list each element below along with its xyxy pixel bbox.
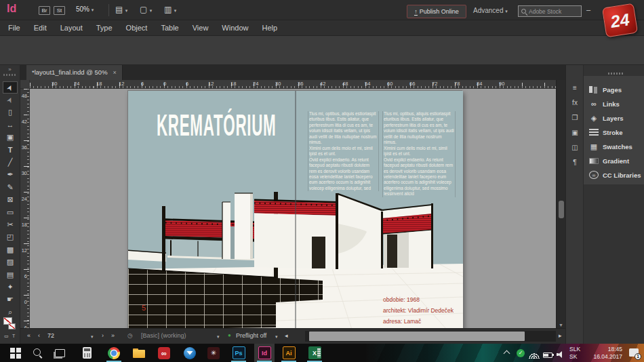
panel-button-layers[interactable]: Layers: [584, 111, 644, 125]
first-page-button[interactable]: «: [27, 332, 31, 339]
taskbar-start[interactable]: [5, 344, 26, 362]
scroll-left-icon[interactable]: ◂: [285, 332, 288, 339]
next-page-button[interactable]: ›: [102, 332, 104, 339]
page-tool[interactable]: ▯: [3, 106, 18, 119]
pasteboard[interactable]: KREMATÓRIUM Tius mi, optibus, aliquis es…: [30, 89, 556, 328]
page-number-field[interactable]: 72: [47, 332, 54, 339]
tools-grip[interactable]: [3, 74, 17, 76]
taskbar-search[interactable]: [28, 344, 48, 362]
battery-icon[interactable]: [543, 353, 552, 358]
search-input[interactable]: [529, 8, 576, 15]
eyedropper-tool[interactable]: ✦: [3, 281, 18, 293]
paragraph-icon[interactable]: ¶: [566, 159, 584, 166]
rectangle-tool[interactable]: ▭: [3, 206, 18, 218]
taskbar-excel[interactable]: X: [304, 344, 325, 362]
workspace-switcher[interactable]: Advanced ▾: [473, 7, 508, 14]
menu-help[interactable]: Help: [255, 20, 284, 35]
taskbar-acrobat[interactable]: [203, 344, 224, 362]
scissors-tool[interactable]: ✂: [3, 218, 18, 230]
pen-tool[interactable]: ✒: [3, 169, 18, 181]
free-transform-tool[interactable]: ◰: [3, 231, 18, 243]
zoom-tool[interactable]: ⌕: [3, 306, 18, 318]
collapse-tools-icon[interactable]: »: [0, 66, 20, 73]
selection-tool[interactable]: ➤: [3, 81, 18, 94]
screen-mode-dropdown[interactable]: ▢ ▾: [140, 5, 152, 14]
stroke-color-indicator[interactable]: [8, 323, 15, 329]
horizontal-ruler[interactable]: 302418126061218243036424854606672788490: [30, 80, 556, 89]
sync-status-icon[interactable]: ✓: [517, 349, 525, 357]
zoom-level-dropdown[interactable]: 50% ▾: [76, 5, 94, 13]
workspace-profile[interactable]: [Basic] (working): [141, 332, 186, 339]
menu-layout[interactable]: Layout: [54, 20, 89, 35]
ruler-origin[interactable]: [20, 80, 30, 89]
adobe-stock-search[interactable]: [518, 5, 582, 17]
panel-button-cc-libraries[interactable]: CC Libraries: [584, 168, 644, 182]
bridge-button[interactable]: Br: [39, 6, 50, 15]
clock[interactable]: 18:4516.04.2017: [584, 346, 622, 360]
page-dropdown-icon[interactable]: ▾: [91, 334, 94, 340]
minimize-button[interactable]: –: [580, 3, 597, 16]
publish-online-button[interactable]: ↑Publish Online: [407, 5, 466, 18]
stock-button[interactable]: St: [54, 6, 65, 15]
taskbar-chrome[interactable]: [104, 344, 124, 362]
panel-button-gradient[interactable]: Gradient: [584, 154, 644, 167]
gradient-feather-tool[interactable]: ▨: [3, 256, 18, 268]
apply-to-container-icon[interactable]: ▭: [4, 334, 9, 339]
text-align-icon[interactable]: ≡: [566, 84, 584, 92]
taskbar-creative-cloud[interactable]: [154, 344, 174, 362]
menu-type[interactable]: Type: [89, 20, 119, 35]
spread-page[interactable]: KREMATÓRIUM Tius mi, optibus, aliquis es…: [127, 90, 462, 328]
chevron-down-icon[interactable]: ▾: [217, 334, 220, 340]
chevron-down-icon[interactable]: ▾: [275, 334, 278, 340]
apply-to-text-icon[interactable]: T: [12, 334, 15, 338]
menu-window[interactable]: Window: [215, 20, 255, 35]
type-tool[interactable]: T: [3, 144, 18, 156]
taskbar-calculator[interactable]: [77, 344, 97, 362]
line-tool[interactable]: ╱: [3, 156, 18, 168]
taskbar-task-view[interactable]: [49, 344, 70, 362]
vertical-scrollbar[interactable]: ▼: [556, 80, 565, 328]
panel-button-stroke[interactable]: Stroke: [584, 125, 644, 139]
hand-tool[interactable]: ☛: [3, 294, 18, 306]
text-column-2[interactable]: Tius mi, optibus, aliquis estioriaspit e…: [383, 111, 455, 197]
effects-icon[interactable]: fx: [566, 99, 584, 106]
scroll-down-icon[interactable]: ▼: [557, 323, 565, 327]
panel-button-swatches[interactable]: Swatches: [584, 140, 644, 153]
menu-table[interactable]: Table: [154, 20, 185, 35]
menu-file[interactable]: File: [1, 20, 27, 35]
text-wrap-icon[interactable]: ◫: [566, 144, 584, 151]
vertical-scrollbar-thumb[interactable]: [559, 201, 564, 218]
taskbar-photoshop[interactable]: Ps: [228, 344, 249, 362]
taskbar-file-explorer[interactable]: [129, 344, 149, 362]
content-collector-tool[interactable]: ▣: [3, 132, 18, 144]
preflight-status[interactable]: Preflight off: [236, 332, 266, 339]
menu-edit[interactable]: Edit: [27, 20, 54, 35]
horizontal-scrollbar-thumb[interactable]: [309, 331, 525, 341]
speaker-icon[interactable]: [557, 351, 565, 358]
layers-alt-icon[interactable]: ▣: [566, 129, 584, 136]
view-options-dropdown[interactable]: ▤ ▾: [115, 5, 127, 14]
menu-object[interactable]: Object: [119, 20, 155, 35]
previous-page-button[interactable]: ‹: [38, 332, 40, 339]
direct-selection-tool[interactable]: ➤: [3, 94, 18, 106]
language-indicator[interactable]: SLKSK: [569, 346, 580, 360]
gradient-tool[interactable]: ▩: [3, 243, 18, 256]
frame-tool[interactable]: ⊠: [3, 194, 18, 206]
taskbar-indesign[interactable]: Id: [254, 344, 275, 362]
last-page-button[interactable]: »: [111, 332, 115, 339]
taskbar-thunderbird[interactable]: [180, 344, 200, 362]
close-tab-icon[interactable]: ×: [113, 69, 117, 76]
object-styles-icon[interactable]: ❐: [566, 114, 584, 121]
panel-button-pages[interactable]: Pages: [584, 83, 644, 96]
dock-grip[interactable]: [608, 73, 624, 75]
preflight-clock-icon[interactable]: ◷: [127, 332, 133, 339]
taskbar-illustrator[interactable]: Ai: [279, 344, 299, 362]
vertical-ruler[interactable]: 48423630241812606: [20, 89, 30, 328]
document-tab[interactable]: *layout1_final.indd @ 50%×: [26, 65, 123, 80]
arrange-documents-dropdown[interactable]: ▥ ▾: [164, 5, 176, 14]
menu-view[interactable]: View: [186, 20, 216, 35]
building-info-text[interactable]: obdobie: 1968architekt: Vladimír Dedeček…: [383, 294, 454, 327]
scroll-right-icon[interactable]: ▸: [559, 332, 562, 339]
text-column-1[interactable]: Tius mi, optibus, aliquis estioriaspit e…: [308, 111, 378, 191]
gap-tool[interactable]: ↔: [3, 119, 18, 131]
